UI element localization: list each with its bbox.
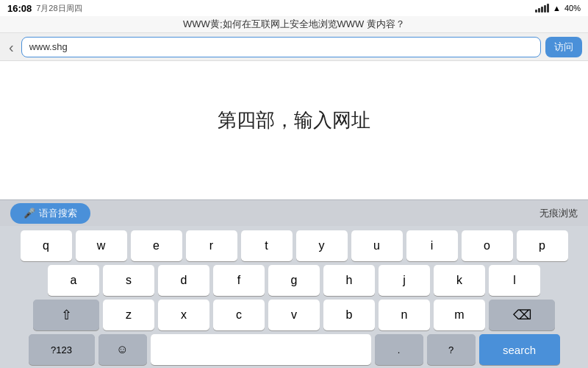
- key-h[interactable]: h: [323, 265, 375, 296]
- key-row-1: q w e r t y u i o p: [3, 230, 585, 261]
- private-browse-label[interactable]: 无痕浏览: [539, 207, 578, 220]
- keyboard-area: 🎤 语音搜索 无痕浏览 q w e r t y u i o p a s d f …: [0, 199, 588, 368]
- key-row-2: a s d f g h j k l: [3, 265, 585, 296]
- shift-key[interactable]: ⇧: [33, 300, 99, 330]
- main-content: 第四部，输入网址: [0, 61, 588, 179]
- key-x[interactable]: x: [158, 300, 209, 330]
- battery-indicator: 40%: [564, 4, 581, 13]
- key-n[interactable]: n: [379, 300, 430, 330]
- key-g[interactable]: g: [268, 265, 320, 296]
- key-q[interactable]: q: [21, 230, 72, 261]
- voice-search-label: 语音搜索: [39, 207, 77, 220]
- key-b[interactable]: b: [323, 300, 375, 330]
- status-time: 16:08: [7, 3, 32, 14]
- key-o[interactable]: o: [462, 230, 513, 261]
- delete-key[interactable]: ⌫: [489, 300, 555, 330]
- question-key[interactable]: ?: [427, 334, 476, 365]
- status-bar: 16:08 7月28日周四 ▲ 40%: [0, 0, 588, 16]
- voice-search-button[interactable]: 🎤 语音搜索: [10, 203, 90, 224]
- key-y[interactable]: y: [296, 230, 348, 261]
- key-v[interactable]: v: [268, 300, 320, 330]
- browser-bar: ‹ 访问: [0, 33, 588, 61]
- delete-icon: ⌫: [513, 307, 531, 323]
- key-k[interactable]: k: [434, 265, 485, 296]
- period-key[interactable]: .: [375, 334, 423, 365]
- key-m[interactable]: m: [434, 300, 485, 330]
- key-e[interactable]: e: [131, 230, 182, 261]
- address-input[interactable]: [21, 37, 541, 57]
- numbers-key[interactable]: ?123: [29, 334, 95, 365]
- key-j[interactable]: j: [379, 265, 430, 296]
- signal-icon: [535, 4, 549, 13]
- emoji-key[interactable]: ☺: [98, 334, 147, 365]
- space-key[interactable]: [151, 334, 371, 365]
- key-row-3: ⇧ z x c v b n m ⌫: [3, 300, 585, 330]
- key-i[interactable]: i: [406, 230, 458, 261]
- key-f[interactable]: f: [213, 265, 265, 296]
- key-u[interactable]: u: [351, 230, 403, 261]
- key-w[interactable]: w: [76, 230, 127, 261]
- keyboard-rows: q w e r t y u i o p a s d f g h j k l ⇧ …: [0, 226, 588, 368]
- microphone-icon: 🎤: [24, 208, 35, 219]
- main-title: 第四部，输入网址: [218, 107, 370, 133]
- key-t[interactable]: t: [241, 230, 293, 261]
- key-s[interactable]: s: [103, 265, 154, 296]
- status-left: 16:08 7月28日周四: [7, 3, 82, 14]
- status-right: ▲ 40%: [535, 4, 581, 13]
- key-r[interactable]: r: [186, 230, 237, 261]
- wifi-icon: ▲: [553, 4, 561, 13]
- key-a[interactable]: a: [48, 265, 99, 296]
- key-d[interactable]: d: [158, 265, 209, 296]
- key-p[interactable]: p: [517, 230, 568, 261]
- status-date: 7月28日周四: [36, 3, 82, 14]
- search-key[interactable]: search: [479, 334, 560, 365]
- back-button[interactable]: ‹: [6, 40, 17, 54]
- key-row-4: ?123 ☺ . ? search: [3, 334, 585, 365]
- keyboard-toolbar: 🎤 语音搜索 无痕浏览: [0, 199, 588, 226]
- go-button[interactable]: 访问: [545, 37, 582, 57]
- key-z[interactable]: z: [103, 300, 154, 330]
- key-c[interactable]: c: [213, 300, 265, 330]
- page-title: WWW黄;如何在互联网上安全地浏览WWW 黄内容？: [0, 16, 588, 33]
- key-l[interactable]: l: [489, 265, 540, 296]
